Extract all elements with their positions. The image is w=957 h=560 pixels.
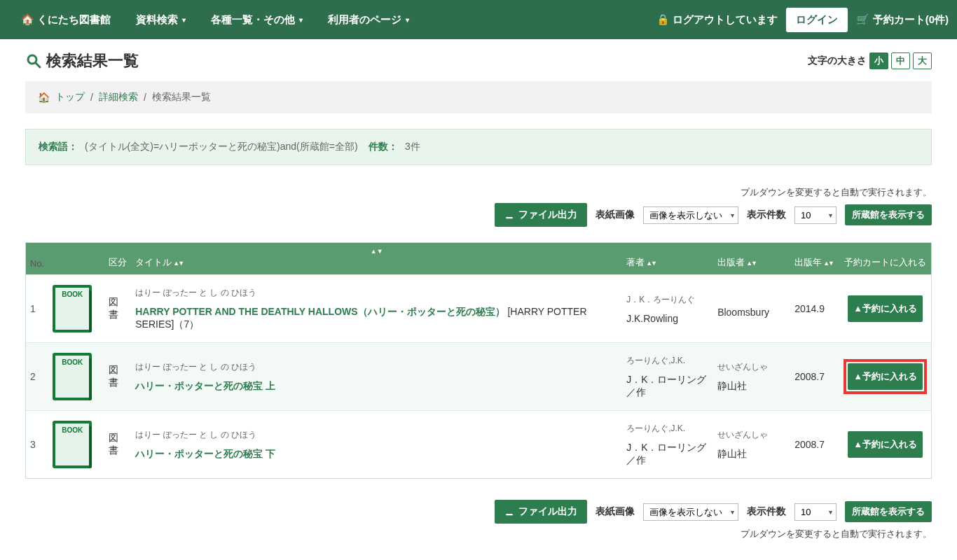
th-title[interactable]: ▲▼ タイトル▲▼ <box>131 243 622 275</box>
nav-menu-label: 資料検索 <box>136 13 178 27</box>
font-size-label: 文字の大きさ <box>808 55 867 67</box>
file-output-button[interactable]: ファイル出力 <box>495 203 587 227</box>
font-size-large[interactable]: 大 <box>913 52 932 69</box>
cover-image-select[interactable]: 画像を表示しない <box>643 206 738 224</box>
cell-type: 図書 <box>104 343 131 411</box>
chevron-down-icon: ▾ <box>299 16 303 24</box>
reserve-button[interactable]: ▲予約に入れる <box>848 295 923 322</box>
file-output-label: ファイル出力 <box>518 505 577 518</box>
display-count-select[interactable]: 10 <box>794 206 836 224</box>
svg-line-1 <box>36 63 40 67</box>
title-link[interactable]: ハリー・ポッターと死の秘宝 下 <box>135 448 275 459</box>
chevron-down-icon: ▾ <box>182 16 186 24</box>
search-query-label: 検索語： <box>39 141 78 152</box>
search-query-text: (タイトル(全文)=ハリーポッターと死の秘宝)and(所蔵館=全部) <box>85 141 358 152</box>
publisher-text: 静山社 <box>717 380 747 391</box>
nav-menu-search[interactable]: 資料検索▾ <box>123 0 198 39</box>
sort-arrows-icon: ▲▼ <box>646 260 656 267</box>
show-holdings-button[interactable]: 所蔵館を表示する <box>845 501 932 522</box>
title-kana: はりー ぽったー と し の ひほう <box>135 361 618 373</box>
cell-year: 2008.7 <box>790 343 839 411</box>
cell-icon: BOOK <box>48 411 104 479</box>
th-cart: 予約カートに入れる <box>839 243 931 275</box>
cart-icon: 🛒 <box>856 13 869 26</box>
cover-image-label: 表紙画像 <box>595 209 635 221</box>
font-size-small[interactable]: 小 <box>869 52 888 69</box>
table-row: 3 BOOK 図書 はりー ぽったー と し の ひほう ハリー・ポッターと死の… <box>26 411 931 479</box>
author-kana: ろーりんぐ,J.K. <box>626 355 709 367</box>
display-count-label: 表示件数 <box>747 209 786 221</box>
cell-title: はりー ぽったー と し の ひほう HARRY POTTER AND THE … <box>131 275 622 343</box>
reservation-cart[interactable]: 🛒 予約カート(0件) <box>856 13 949 27</box>
cell-type: 図書 <box>104 411 131 479</box>
reserve-button[interactable]: ▲予約に入れる <box>848 363 923 390</box>
search-icon <box>25 52 42 69</box>
th-publisher[interactable]: 出版者▲▼ <box>713 243 790 275</box>
cell-publisher: Bloomsbury <box>713 275 790 343</box>
sort-arrows-icon: ▲▼ <box>135 248 618 255</box>
breadcrumb: 🏠 トップ / 詳細検索 / 検索結果一覧 <box>25 81 932 113</box>
nav-menu-mypage[interactable]: 利用者のページ▾ <box>315 0 422 39</box>
breadcrumb-top[interactable]: トップ <box>55 91 85 104</box>
navbar: 🏠 くにたち図書館 資料検索▾ 各種一覧・その他▾ 利用者のページ▾ 🔒ログアウ… <box>0 0 957 39</box>
control-note: プルダウンを変更すると自動で実行されます。 <box>25 186 932 199</box>
file-output-button[interactable]: ファイル出力 <box>495 500 587 524</box>
table-row: 1 BOOK 図書 はりー ぽったー と し の ひほう HARRY POTTE… <box>26 275 931 343</box>
search-count-label: 件数： <box>369 141 398 152</box>
th-publisher-label: 出版者 <box>717 257 745 267</box>
font-size-medium[interactable]: 中 <box>891 52 910 69</box>
cell-no: 1 <box>26 275 48 343</box>
file-output-label: ファイル出力 <box>518 209 577 221</box>
display-count-select[interactable]: 10 <box>794 503 836 521</box>
author-kana: ろーりんぐ,J.K. <box>626 423 709 435</box>
display-count-label: 表示件数 <box>747 505 786 518</box>
cell-icon: BOOK <box>48 275 104 343</box>
book-icon: BOOK <box>53 285 92 332</box>
login-button[interactable]: ログイン <box>786 8 848 32</box>
author-kana: J．K．ろーりんぐ <box>626 294 709 306</box>
search-info-panel: 検索語： (タイトル(全文)=ハリーポッターと死の秘宝)and(所蔵館=全部) … <box>25 129 932 165</box>
title-link[interactable]: HARRY POTTER AND THE DEATHLY HALLOWS（ハリー… <box>135 306 504 317</box>
show-holdings-button[interactable]: 所蔵館を表示する <box>845 204 932 225</box>
page-title: 検索結果一覧 <box>25 50 139 71</box>
reserve-button[interactable]: ▲予約に入れる <box>848 431 923 458</box>
th-no: No. <box>26 243 48 275</box>
font-size-control: 文字の大きさ 小 中 大 <box>808 52 932 69</box>
cell-author: ろーりんぐ,J.K. J．K．ローリング／作 <box>622 343 713 411</box>
cell-author: ろーりんぐ,J.K. J．K．ローリング／作 <box>622 411 713 479</box>
breadcrumb-detail[interactable]: 詳細検索 <box>99 91 138 104</box>
th-author[interactable]: 著者▲▼ <box>622 243 713 275</box>
publisher-kana: せいざんしゃ <box>717 429 786 441</box>
sort-arrows-icon: ▲▼ <box>823 260 833 267</box>
cell-no: 3 <box>26 411 48 479</box>
results-table: No. 区分 ▲▼ タイトル▲▼ 著者▲▼ 出版者▲▼ 出版年▲▼ 予約カートに… <box>25 242 932 479</box>
title-kana: はりー ぽったー と し の ひほう <box>135 287 618 299</box>
logout-text: ログアウトしています <box>673 13 778 25</box>
download-icon <box>504 507 514 517</box>
cart-label: 予約カート(0件) <box>873 13 949 27</box>
th-icon <box>48 243 104 275</box>
title-link[interactable]: ハリー・ポッターと死の秘宝 上 <box>135 380 275 391</box>
nav-brand[interactable]: 🏠 くにたち図書館 <box>8 0 123 39</box>
search-count-text: 3件 <box>405 141 420 152</box>
chevron-down-icon: ▾ <box>406 16 409 24</box>
page-title-text: 検索結果一覧 <box>46 50 139 71</box>
lock-icon: 🔒 <box>656 13 670 25</box>
th-title-label: タイトル <box>135 257 172 267</box>
publisher-text: Bloomsbury <box>717 307 769 318</box>
home-icon: 🏠 <box>21 13 34 26</box>
cell-title: はりー ぽったー と し の ひほう ハリー・ポッターと死の秘宝 下 <box>131 411 622 479</box>
cell-no: 2 <box>26 343 48 411</box>
cell-publisher: せいざんしゃ 静山社 <box>713 411 790 479</box>
sort-arrows-icon: ▲▼ <box>173 260 183 267</box>
cell-year: 2008.7 <box>790 411 839 479</box>
th-year[interactable]: 出版年▲▼ <box>790 243 839 275</box>
th-type: 区分 <box>104 243 131 275</box>
cell-author: J．K．ろーりんぐ J.K.Rowling <box>622 275 713 343</box>
breadcrumb-current: 検索結果一覧 <box>152 91 211 104</box>
cover-image-select[interactable]: 画像を表示しない <box>643 503 738 521</box>
author-text: J.K.Rowling <box>626 313 678 324</box>
author-text: J．K．ローリング／作 <box>626 374 706 398</box>
nav-menu-lists[interactable]: 各種一覧・その他▾ <box>198 0 315 39</box>
cell-icon: BOOK <box>48 343 104 411</box>
